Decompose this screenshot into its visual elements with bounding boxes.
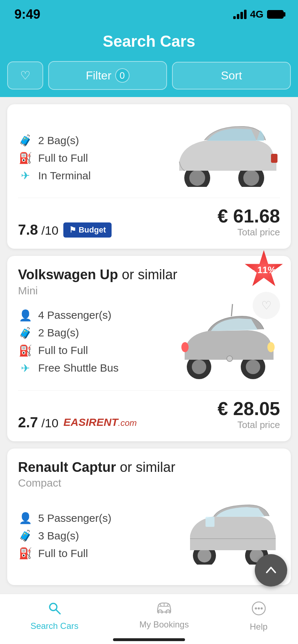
status-icons: 4G bbox=[233, 9, 284, 20]
shuttle-icon-2: ✈ bbox=[18, 362, 32, 374]
feature-text-terminal: In Terminal bbox=[38, 170, 91, 182]
favorites-button[interactable]: ♡ bbox=[7, 61, 43, 89]
svg-point-3 bbox=[243, 170, 259, 186]
svg-point-24 bbox=[255, 607, 257, 610]
provider-logo-easirent: EASIRENT.com bbox=[63, 416, 137, 428]
bag-icon: 🧳 bbox=[18, 134, 32, 147]
car-image-3 bbox=[179, 493, 280, 565]
bag-icon-3: 🧳 bbox=[18, 529, 32, 542]
rating-score-1: 7.8 /10 bbox=[18, 222, 58, 238]
car-features-2: 👤 4 Passenger(s) 🧳 2 Bag(s) ⛽ Full to Fu… bbox=[18, 309, 118, 380]
car-card-1[interactable]: 🧳 2 Bag(s) ⛽ Full to Full ✈ In Terminal bbox=[7, 104, 291, 249]
status-time: 9:49 bbox=[14, 7, 40, 22]
car-type-2: Mini bbox=[18, 285, 177, 297]
rating-area-1: 7.8 /10 ⚑ Budget bbox=[18, 222, 112, 238]
car-features-3: 👤 5 Passenger(s) 🧳 3 Bag(s) ⛽ Full to Fu… bbox=[18, 512, 111, 565]
feature-text-shuttle: Free Shuttle Bus bbox=[38, 362, 118, 374]
more-icon bbox=[252, 601, 266, 619]
feature-bags-1: 🧳 2 Bag(s) bbox=[18, 134, 91, 147]
person-icon-3: 👤 bbox=[18, 512, 32, 524]
person-icon-2: 👤 bbox=[18, 309, 32, 322]
svg-line-9 bbox=[231, 304, 232, 316]
price-label-2: Total price bbox=[218, 419, 280, 431]
provider-logo-budget: ⚑ Budget bbox=[63, 222, 112, 238]
car-card-2[interactable]: - 11% ♡ Volkswagen Up or similar Mini 👤 … bbox=[7, 256, 291, 441]
svg-point-10 bbox=[267, 342, 275, 352]
heart-icon: ♡ bbox=[20, 69, 31, 82]
sort-button[interactable]: Sort bbox=[172, 62, 291, 89]
svg-point-1 bbox=[189, 170, 205, 186]
svg-point-25 bbox=[258, 607, 260, 610]
home-indicator bbox=[113, 638, 185, 641]
car-svg-3 bbox=[179, 493, 280, 565]
bottom-nav: Search Cars My Bookings Help bbox=[0, 594, 298, 644]
nav-label-bookings: My Bookings bbox=[139, 620, 189, 630]
status-bar: 9:49 4G bbox=[0, 0, 298, 29]
price-1: € 61.68 bbox=[218, 205, 280, 227]
app-header: Search Cars bbox=[0, 29, 298, 61]
page-title: Search Cars bbox=[0, 32, 298, 50]
fuel-icon-3: ⛽ bbox=[18, 547, 32, 560]
car-icon bbox=[155, 601, 173, 617]
svg-point-12 bbox=[227, 356, 232, 362]
chevron-up-icon bbox=[264, 563, 278, 578]
nav-help[interactable]: Help bbox=[250, 601, 267, 632]
battery-icon bbox=[267, 10, 284, 19]
rating-area-2: 2.7 /10 EASIRENT.com bbox=[18, 414, 137, 431]
svg-point-14 bbox=[198, 549, 211, 562]
bag-icon-2: 🧳 bbox=[18, 327, 32, 339]
card-bottom-1: 7.8 /10 ⚑ Budget € 61.68 Total price bbox=[18, 198, 280, 238]
favorite-button-2[interactable]: ♡ bbox=[253, 292, 280, 319]
price-2: € 28.05 bbox=[218, 398, 280, 419]
search-icon bbox=[48, 601, 61, 618]
price-area-2: € 28.05 Total price bbox=[218, 398, 280, 431]
cards-container: 🧳 2 Bag(s) ⛽ Full to Full ✈ In Terminal bbox=[0, 97, 298, 592]
svg-point-8 bbox=[246, 360, 260, 374]
card-top-3: Renault Captur or similar Compact bbox=[18, 459, 280, 489]
car-svg-1 bbox=[165, 115, 280, 187]
feature-terminal-1: ✈ In Terminal bbox=[18, 169, 91, 182]
sort-label: Sort bbox=[221, 69, 242, 82]
car-image-1 bbox=[165, 115, 280, 187]
filter-button[interactable]: Filter 0 bbox=[48, 61, 167, 90]
budget-icon: ⚑ bbox=[69, 225, 76, 234]
feature-text-fuel: Full to Full bbox=[38, 152, 88, 164]
filter-count-badge: 0 bbox=[115, 68, 130, 83]
feature-fuel-1: ⛽ Full to Full bbox=[18, 152, 91, 164]
card-bottom-2: 2.7 /10 EASIRENT.com € 28.05 Total price bbox=[18, 390, 280, 431]
nav-label-search: Search Cars bbox=[31, 621, 78, 631]
svg-line-20 bbox=[56, 610, 60, 614]
card-top-2: Volkswagen Up or similar Mini bbox=[18, 267, 280, 297]
filter-label: Filter bbox=[86, 69, 111, 82]
svg-rect-4 bbox=[271, 154, 277, 163]
scroll-up-button[interactable] bbox=[255, 554, 287, 586]
svg-point-6 bbox=[192, 360, 206, 374]
plane-icon: ✈ bbox=[18, 169, 32, 182]
rating-score-2: 2.7 /10 bbox=[18, 414, 58, 431]
price-label-1: Total price bbox=[218, 227, 280, 238]
fuel-icon-2: ⛽ bbox=[18, 344, 32, 357]
car-name-3: Renault Captur or similar bbox=[18, 459, 175, 476]
svg-point-26 bbox=[261, 607, 263, 610]
fuel-icon: ⛽ bbox=[18, 152, 32, 164]
feature-text-bags: 2 Bag(s) bbox=[38, 134, 79, 147]
nav-my-bookings[interactable]: My Bookings bbox=[139, 601, 189, 630]
car-type-3: Compact bbox=[18, 477, 175, 489]
nav-label-help: Help bbox=[250, 622, 267, 632]
svg-rect-17 bbox=[206, 517, 215, 527]
car-name-2: Volkswagen Up or similar bbox=[18, 267, 177, 283]
svg-point-11 bbox=[181, 342, 189, 352]
car-card-3[interactable]: Renault Captur or similar Compact 👤 5 Pa… bbox=[7, 448, 291, 585]
discount-badge: - 11% bbox=[244, 250, 284, 290]
toolbar: ♡ Filter 0 Sort bbox=[0, 61, 298, 97]
nav-search-cars[interactable]: Search Cars bbox=[31, 601, 78, 631]
network-type: 4G bbox=[250, 9, 263, 20]
price-area-1: € 61.68 Total price bbox=[218, 205, 280, 238]
signal-bars-icon bbox=[233, 10, 247, 19]
